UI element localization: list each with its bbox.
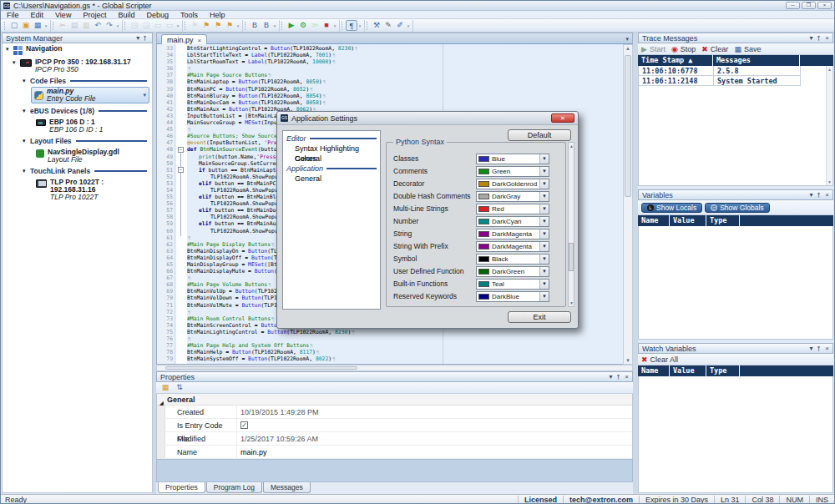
color-dropdown[interactable]: Green▼ xyxy=(476,166,549,177)
continue-icon[interactable]: ≫ xyxy=(309,20,321,31)
variables-column-name[interactable]: Name xyxy=(638,215,670,226)
trace-save-button[interactable]: Save xyxy=(744,45,762,53)
tab-list-chevron-icon[interactable]: ▾ xyxy=(625,36,629,43)
stop-icon[interactable]: ■ xyxy=(321,20,332,31)
expander-icon[interactable]: ▾ xyxy=(13,58,20,67)
property-group-general[interactable]: ◢ General xyxy=(157,394,632,406)
trace-scrollbar[interactable]: ▲▼ xyxy=(826,66,832,185)
settings-nav[interactable]: EditorSyntax Highlighting ColorsGeneralA… xyxy=(282,130,381,310)
chevron-down-icon[interactable]: ▾ xyxy=(610,374,613,381)
copy-icon[interactable]: ▤ xyxy=(68,20,80,31)
chevron-down-icon[interactable]: ▼ xyxy=(539,229,549,239)
minimize-button[interactable]: ─ xyxy=(786,2,800,9)
property-value[interactable]: 10/19/2015 1:49:28 PM xyxy=(237,408,319,416)
chevron-down-icon[interactable]: ▼ xyxy=(539,154,549,164)
menu-help[interactable]: Help xyxy=(204,11,231,19)
undo-icon[interactable]: ↶ xyxy=(92,20,104,31)
chevron-down-icon[interactable]: ▼ xyxy=(539,217,549,226)
tab-properties[interactable]: Properties xyxy=(158,482,205,493)
tree-item[interactable]: ▾Code Files xyxy=(3,75,152,87)
tab-program-log[interactable]: Program Log xyxy=(206,482,262,493)
tab-close-icon[interactable]: × xyxy=(198,37,202,44)
chevron-down-icon[interactable]: ▼ xyxy=(539,204,549,214)
color-dropdown[interactable]: DarkGreen▼ xyxy=(476,266,549,277)
show-locals-button[interactable]: L Show Locals xyxy=(641,203,702,213)
variables-header[interactable]: Variables ▾ ⊸ × xyxy=(638,189,833,200)
clear-bookmarks-icon[interactable]: ⚑ xyxy=(224,20,235,31)
variables-column-value[interactable]: Value xyxy=(670,215,706,226)
tree-item[interactable]: ▾Layout Files xyxy=(3,135,152,147)
close-icon[interactable]: × xyxy=(825,35,829,42)
property-value[interactable]: 1/25/2017 10:59:26 AM xyxy=(237,435,318,443)
expander-icon[interactable]: ▾ xyxy=(23,167,30,175)
chevron-down-icon[interactable]: ▼ xyxy=(539,192,549,201)
chevron-down-icon[interactable]: ▼ xyxy=(539,242,549,251)
trace-messages-header[interactable]: Trace Messages ▾ ⊸ × xyxy=(638,33,833,43)
expander-icon[interactable]: ▾ xyxy=(23,77,30,85)
settings-nav-item-selected[interactable]: Syntax Highlighting Colors xyxy=(283,144,380,154)
color-dropdown[interactable]: DarkGray▼ xyxy=(476,191,549,202)
chevron-down-icon[interactable]: ▾ xyxy=(810,345,813,352)
close-icon[interactable]: × xyxy=(825,192,829,199)
tree-item[interactable]: ▾eBUS Devices (1/8) xyxy=(3,105,152,117)
uncomment-icon[interactable]: ◲ xyxy=(140,20,152,31)
properties-header[interactable]: Properties ▾ ⊸ × xyxy=(156,371,633,382)
menu-edit[interactable]: Edit xyxy=(25,11,50,19)
pin-icon[interactable]: ⊸ xyxy=(143,35,149,41)
new-file-icon[interactable]: ▢ xyxy=(8,20,20,31)
pin-icon[interactable]: ⊸ xyxy=(816,345,822,351)
trace-row[interactable]: 11:06:11:2148System Started xyxy=(639,76,832,86)
color-dropdown[interactable]: Teal▼ xyxy=(476,279,549,290)
comment-icon[interactable]: ◳ xyxy=(129,20,140,31)
color-dropdown[interactable]: DarkGoldenrod▼ xyxy=(476,179,549,189)
fold-collapse-icon[interactable]: − xyxy=(178,147,184,153)
tree-item[interactable]: ▾TouchLink Panels xyxy=(3,165,152,177)
watch-table-header[interactable]: NameValueType xyxy=(638,365,833,376)
scroll-up-icon[interactable]: ▲ xyxy=(624,46,632,51)
debug-icon[interactable]: ⚙ xyxy=(297,20,309,31)
show-whitespace-icon[interactable]: ¶ xyxy=(346,20,357,31)
menu-build[interactable]: Build xyxy=(112,11,140,19)
redo-icon[interactable]: ↷ xyxy=(104,20,115,31)
toggle-bookmark-icon[interactable]: ⚑ xyxy=(189,20,200,31)
property-row[interactable]: Is Entry Code File✓ xyxy=(157,419,632,432)
chevron-down-icon[interactable]: ▼ xyxy=(539,280,549,289)
settings-nav-item[interactable]: General xyxy=(283,154,380,164)
close-icon[interactable]: × xyxy=(625,374,629,381)
expander-icon[interactable]: ▾ xyxy=(23,107,30,115)
trace-clear-button[interactable]: Clear xyxy=(711,45,729,53)
edit-script-icon[interactable]: ✎ xyxy=(382,20,394,31)
color-dropdown[interactable]: DarkMagenta▼ xyxy=(476,241,549,252)
property-row[interactable]: Created10/19/2015 1:49:28 PM xyxy=(157,406,632,419)
chevron-down-icon[interactable]: ▼ xyxy=(539,292,549,301)
pin-icon[interactable]: ⊸ xyxy=(816,35,822,41)
sort-alpha-icon[interactable]: ⇅ xyxy=(174,382,185,393)
show-globals-button[interactable]: G Show Globals xyxy=(705,203,769,213)
editor-horizontal-scrollbar[interactable] xyxy=(156,365,633,371)
watch-column-name[interactable]: Name xyxy=(638,365,670,376)
tree-item[interactable]: TLP Pro 1022T : 192.168.31.16TLP Pro 102… xyxy=(3,177,152,203)
chevron-down-icon[interactable]: ▼ xyxy=(539,179,549,189)
property-row[interactable]: Modified1/25/2017 10:59:26 AM xyxy=(157,432,632,446)
scroll-down-icon[interactable]: ▼ xyxy=(569,300,574,305)
settings-scrollbar[interactable]: ▲ ▼ xyxy=(568,142,574,307)
watch-column-value[interactable]: Value xyxy=(670,365,706,376)
scrollbar-thumb[interactable] xyxy=(165,366,357,370)
build-tools-icon[interactable]: ⚒ xyxy=(371,20,382,31)
color-dropdown[interactable]: Black▼ xyxy=(476,254,549,265)
paste-icon[interactable]: ▥ xyxy=(80,20,92,31)
chevron-down-icon[interactable]: ▾ xyxy=(810,192,813,199)
categorize-icon[interactable]: ▦ xyxy=(159,382,171,393)
color-dropdown[interactable]: DarkBlue▼ xyxy=(476,291,549,302)
trace-table-body[interactable]: 11:06:10:67782.5.811:06:11:2148System St… xyxy=(638,66,833,186)
default-button[interactable]: Default xyxy=(508,129,571,141)
expander-icon[interactable]: ▾ xyxy=(23,137,30,145)
color-dropdown[interactable]: Red▼ xyxy=(476,204,549,214)
scrollbar-thumb[interactable] xyxy=(625,55,631,197)
save-file-icon[interactable]: ▦ xyxy=(32,20,43,31)
clear-all-button[interactable]: Clear All xyxy=(650,355,679,364)
expander-icon[interactable]: ▾ xyxy=(6,45,13,53)
tree-item[interactable]: NavSingleDisplay.gdlLayout File xyxy=(3,147,152,165)
settings-nav-item[interactable]: General xyxy=(283,174,380,184)
scrollbar-thumb[interactable] xyxy=(569,243,574,271)
